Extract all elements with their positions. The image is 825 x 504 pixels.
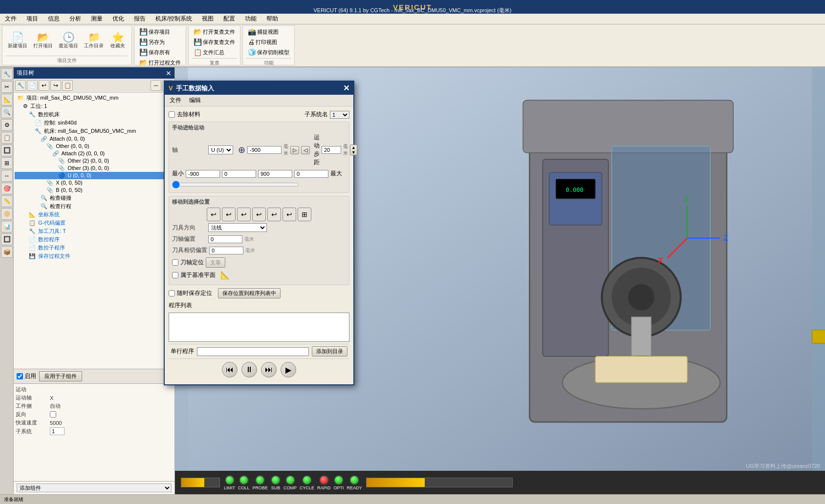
remove-stock-label[interactable]: 去除材料: [169, 110, 200, 119]
tree-btn-4[interactable]: ↪: [50, 80, 61, 91]
tree-btn-1[interactable]: 🔧: [15, 80, 26, 91]
tree-item-workpos[interactable]: ⚙ 工位: 1: [15, 102, 174, 110]
tool-icon-13[interactable]: 📊: [1, 221, 13, 232]
auto-save-checkbox[interactable]: [169, 290, 175, 296]
file-summary-btn[interactable]: 📋 文件汇总: [192, 47, 226, 57]
tool-icon-15[interactable]: 📦: [1, 246, 13, 258]
tree-label-coords[interactable]: 坐标系统: [38, 211, 60, 217]
enable-checkbox[interactable]: [17, 373, 23, 379]
save-to-list-btn[interactable]: 保存位置到程序列表中: [218, 288, 281, 298]
menu-item-file[interactable]: 文件: [0, 14, 22, 24]
tree-item-gcode[interactable]: 📋 G-代码偏置: [15, 219, 174, 227]
recent-project-btn[interactable]: 🕒 最近项目: [56, 31, 81, 51]
tree-item-b[interactable]: 📎 B (0, 0, 50): [15, 187, 174, 194]
pos-icon-grid[interactable]: ⊞: [298, 208, 311, 221]
subsys-input[interactable]: [50, 427, 65, 435]
base-ref-checkbox[interactable]: [172, 272, 178, 278]
save-as-btn[interactable]: 💾 另存为: [137, 37, 167, 47]
open-process-btn[interactable]: 📂 打开过程文件: [137, 58, 183, 67]
tool-icon-10[interactable]: 🎯: [1, 183, 13, 194]
tree-item-x[interactable]: 📎 X (0, 0, 50): [15, 179, 174, 187]
tree-item-attach2[interactable]: 🔗 Attach (2) (0, 0, 0): [15, 150, 174, 157]
tree-item-cnc[interactable]: 🔧 数控机床: [15, 110, 174, 119]
tree-item-check-travel[interactable]: 🔍 检查行程: [15, 202, 174, 210]
tool-icon-9[interactable]: ↔: [1, 170, 13, 182]
capture-view-btn[interactable]: 📸 捕捉视图: [246, 27, 281, 37]
tree-item-project[interactable]: 📁 项目: mill_5ax_BC_DMU50_VMC_mm: [15, 94, 174, 102]
pos-icon-4[interactable]: ↩: [252, 208, 266, 221]
val3-input[interactable]: [294, 170, 328, 178]
tool-icon-8[interactable]: ⊞: [1, 157, 13, 169]
tool-icon-7[interactable]: 🔲: [1, 145, 13, 156]
tree-item-control[interactable]: 📄 控制: sin840d: [15, 119, 174, 127]
print-view-btn[interactable]: 🖨 打印视图: [246, 37, 279, 47]
apply-to-subcomponent-btn[interactable]: 应用于子组件: [39, 371, 82, 381]
step-up-btn[interactable]: ▲▼: [350, 145, 357, 155]
axis-select[interactable]: U (U): [208, 146, 233, 154]
tree-btn-2[interactable]: 📄: [27, 80, 38, 91]
tree-label-gcode[interactable]: G-代码偏置: [38, 220, 65, 226]
tree-item-other3[interactable]: 📎 Other (3) (0, 0, 0): [15, 165, 174, 172]
play-btn[interactable]: ▶: [281, 362, 296, 378]
val2-input[interactable]: [258, 170, 292, 178]
forward-btn[interactable]: ⏭: [261, 362, 277, 378]
back-btn[interactable]: ⏮: [222, 362, 238, 378]
remove-stock-checkbox[interactable]: [169, 111, 175, 118]
menu-item-info[interactable]: 信息: [43, 14, 65, 24]
tree-item-machine[interactable]: 🔧 机床: mill_5ax_BC_DMU50_VMC_mm: [15, 127, 174, 135]
save-project-btn[interactable]: 💾 保存项目: [137, 27, 172, 37]
min-input[interactable]: [186, 170, 220, 178]
tree-item-subprog[interactable]: 📄 数控子程序: [15, 244, 174, 252]
tree-item-other2[interactable]: 📎 Other (2) (0, 0, 0): [15, 157, 174, 165]
dialog-menu-file[interactable]: 文件: [169, 96, 182, 105]
favorites-btn[interactable]: ⭐ 收藏夹: [107, 31, 129, 51]
tool-icon-6[interactable]: 📋: [1, 132, 13, 144]
tree-label-tool[interactable]: 加工刀具: T: [38, 228, 66, 234]
open-project-btn[interactable]: 📂 打开项目: [31, 31, 55, 51]
menu-item-measure[interactable]: 测量: [86, 14, 108, 24]
tree-btn-3[interactable]: ↩: [39, 80, 49, 91]
pos-icon-3[interactable]: ↩: [237, 208, 251, 221]
new-project-btn[interactable]: 📄 新建项目: [5, 31, 30, 51]
minus-step-btn[interactable]: ▷: [290, 146, 299, 154]
menu-item-project[interactable]: 项目: [22, 14, 43, 24]
tool-icon-12[interactable]: 🔆: [1, 208, 13, 220]
save-cut-model-btn[interactable]: 🧊 保存切削模型: [246, 47, 291, 57]
val1-input[interactable]: [222, 170, 256, 178]
step-input[interactable]: [322, 146, 341, 154]
pos-icon-1[interactable]: ↩: [207, 208, 220, 221]
tool-icon-5[interactable]: ⚙: [1, 119, 13, 131]
tool-align-label[interactable]: 刀轴定位: [172, 258, 204, 267]
menu-item-analysis[interactable]: 分析: [65, 14, 86, 24]
tool-offset-input[interactable]: [208, 235, 242, 243]
menu-item-function[interactable]: 功能: [240, 14, 261, 24]
dialog-menu-edit[interactable]: 编辑: [188, 96, 202, 105]
pos-input[interactable]: [247, 146, 282, 154]
panel-close-btn[interactable]: ✕: [166, 69, 172, 77]
save-all-btn[interactable]: 💾 保存所有: [137, 47, 172, 57]
pos-icon-5[interactable]: ↩: [267, 208, 281, 221]
tree-item-u[interactable]: 🔵 U (0, 0, 0): [15, 172, 174, 179]
menu-item-view[interactable]: 视图: [197, 14, 218, 24]
tool-icon-1[interactable]: 🔧: [1, 68, 13, 80]
tree-btn-5[interactable]: 📋: [62, 80, 73, 91]
tool-align-checkbox[interactable]: [172, 259, 178, 266]
save-review-btn[interactable]: 💾 保存复查文件: [192, 37, 237, 47]
tree-item-coords[interactable]: 📐 坐标系统: [15, 210, 174, 219]
base-ref-label[interactable]: 属于基准平面: [172, 271, 216, 279]
pos-icon-2[interactable]: ↩: [222, 208, 236, 221]
menu-item-help[interactable]: 帮助: [261, 14, 283, 24]
tree-minimize-btn[interactable]: ─: [151, 80, 161, 91]
reverse-checkbox[interactable]: [50, 411, 56, 418]
tree-label-subprog[interactable]: 数控子程序: [38, 245, 65, 251]
enable-checkbox-label[interactable]: 启用: [17, 372, 36, 380]
auto-save-label[interactable]: 随时保存定位: [169, 289, 212, 297]
tool-icon-4[interactable]: 🔍: [1, 106, 13, 118]
add-component-select[interactable]: 添加组件: [17, 483, 172, 492]
menu-item-optimize[interactable]: 优化: [108, 14, 129, 24]
tool-align-btn[interactable]: 文靠: [206, 257, 225, 268]
single-prog-input[interactable]: [197, 347, 309, 356]
dialog-close-btn[interactable]: ✕: [343, 84, 349, 93]
menu-item-config[interactable]: 配置: [218, 14, 240, 24]
subsys-select[interactable]: 1: [330, 111, 349, 119]
